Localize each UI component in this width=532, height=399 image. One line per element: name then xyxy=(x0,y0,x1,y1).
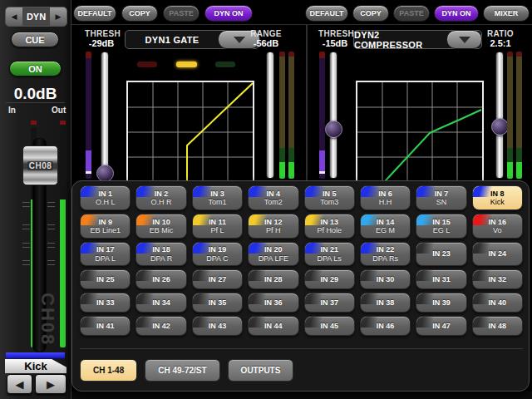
channel-button-in-40[interactable]: IN 40 xyxy=(472,293,523,313)
dyn2-gr-meter xyxy=(319,52,325,179)
dyn1-thresh-slider[interactable] xyxy=(101,52,109,179)
dyn2-ratio-slider[interactable] xyxy=(495,52,504,179)
channel-button-in-28[interactable]: IN 28 xyxy=(248,269,298,289)
channel-id: IN 18 xyxy=(152,245,170,254)
tab-outputs[interactable]: OUTPUTS xyxy=(228,359,294,382)
dyn2-thresh-slider[interactable] xyxy=(329,52,337,179)
channel-button-in-26[interactable]: IN 26 xyxy=(135,269,186,289)
dyn2-ratio-knob[interactable] xyxy=(491,118,509,135)
channel-button-in-20[interactable]: IN 20DPA LFE xyxy=(248,242,298,266)
channel-button-in-14[interactable]: IN 14EG M xyxy=(360,214,411,239)
channel-id: IN 27 xyxy=(209,275,227,283)
background-strip xyxy=(71,392,532,399)
channel-id: IN 14 xyxy=(377,218,395,226)
fader-cap[interactable]: CH08 xyxy=(22,145,58,185)
channel-id: IN 7 xyxy=(435,190,449,198)
channel-button-in-33[interactable]: IN 33 xyxy=(80,293,131,313)
channel-button-in-22[interactable]: IN 22DPA Rs xyxy=(360,242,411,266)
channel-button-in-41[interactable]: IN 41 xyxy=(80,316,131,336)
channel-name: DPA Rs xyxy=(372,254,398,263)
channel-button-in-2[interactable]: IN 2O.H R xyxy=(135,185,186,210)
channel-name: DPA Ls xyxy=(318,254,342,263)
nav-next-icon[interactable]: ▶ xyxy=(50,7,66,26)
channel-id: IN 33 xyxy=(96,298,115,307)
channel-button-in-7[interactable]: IN 7SN xyxy=(416,185,466,210)
fader-tick xyxy=(47,260,55,265)
channel-button-in-18[interactable]: IN 18DPA R xyxy=(135,242,186,266)
mixer-button[interactable]: MIXER xyxy=(483,5,530,22)
dyn2-on-button[interactable]: DYN ON xyxy=(434,5,479,22)
channel-button-in-12[interactable]: IN 12Pf H xyxy=(248,214,298,239)
channel-button-in-17[interactable]: IN 17DPA L xyxy=(80,242,131,266)
channel-button-in-44[interactable]: IN 44 xyxy=(248,316,298,336)
meter-in-label: In xyxy=(8,106,16,115)
dyn2-paste-button[interactable]: PASTE xyxy=(393,5,430,22)
channel-name-tag[interactable]: Kick xyxy=(5,359,66,373)
dyn2-type-dropdown-arrow[interactable] xyxy=(446,30,482,49)
channel-name: Pf Hole xyxy=(317,226,342,234)
prev-channel-button[interactable]: ◀ xyxy=(7,374,32,394)
channel-button-in-25[interactable]: IN 25 xyxy=(80,269,131,289)
channel-id: IN 1 xyxy=(98,190,112,198)
channel-button-in-24[interactable]: IN 24 xyxy=(472,242,523,266)
channel-button-in-8[interactable]: IN 8Kick xyxy=(472,185,523,210)
nav-prev-icon[interactable]: ◀ xyxy=(6,7,22,26)
channel-button-in-5[interactable]: IN 5Tom3 xyxy=(304,185,355,210)
tab-ch-1-48[interactable]: CH 1-48 xyxy=(80,359,137,382)
channel-button-in-10[interactable]: IN 10EB Mic xyxy=(135,214,186,239)
channel-button-in-35[interactable]: IN 35 xyxy=(192,293,243,313)
channel-button-in-36[interactable]: IN 36 xyxy=(248,293,298,313)
channel-button-in-47[interactable]: IN 47 xyxy=(416,316,466,336)
channel-button-in-4[interactable]: IN 4Tom2 xyxy=(248,185,298,210)
channel-button-in-48[interactable]: IN 48 xyxy=(472,316,523,336)
channel-button-in-31[interactable]: IN 31 xyxy=(416,269,466,289)
channel-button-in-43[interactable]: IN 43 xyxy=(192,316,243,336)
channel-button-in-16[interactable]: IN 16Vo xyxy=(472,214,523,239)
dyn1-range-slider[interactable] xyxy=(266,52,274,179)
tab-ch-49-72-st[interactable]: CH 49-72/ST xyxy=(145,359,219,382)
dyn1-default-button[interactable]: DEFAULT xyxy=(73,5,116,22)
channel-button-in-32[interactable]: IN 32 xyxy=(472,269,523,289)
dyn2-thresh-knob[interactable] xyxy=(325,121,342,138)
channel-button-in-6[interactable]: IN 6H.H xyxy=(360,185,411,210)
channel-button-in-3[interactable]: IN 3Tom1 xyxy=(192,185,243,210)
dyn2-copy-button[interactable]: COPY xyxy=(352,5,389,22)
next-channel-button[interactable]: ▶ xyxy=(35,374,66,394)
channel-button-in-34[interactable]: IN 34 xyxy=(135,293,186,313)
gate-led-yellow xyxy=(176,62,197,67)
channel-button-in-27[interactable]: IN 27 xyxy=(192,269,243,289)
on-button[interactable]: ON xyxy=(9,61,62,76)
cue-button[interactable]: CUE xyxy=(11,32,59,47)
fader-tick xyxy=(47,224,55,229)
channel-button-in-11[interactable]: IN 11Pf L xyxy=(192,214,243,239)
channel-id: IN 15 xyxy=(432,218,451,226)
channel-id: IN 3 xyxy=(210,190,224,198)
channel-button-in-42[interactable]: IN 42 xyxy=(135,316,186,336)
dyn1-copy-button[interactable]: COPY xyxy=(121,5,158,22)
fader-tick xyxy=(47,243,55,248)
channel-button-in-29[interactable]: IN 29 xyxy=(304,269,355,289)
fader-tick xyxy=(22,224,30,229)
channel-button-in-30[interactable]: IN 30 xyxy=(360,269,411,289)
channel-name: O.H L xyxy=(96,198,116,206)
channel-button-in-15[interactable]: IN 15EG L xyxy=(416,214,466,239)
channel-button-in-19[interactable]: IN 19DPA C xyxy=(192,242,243,266)
channel-button-in-37[interactable]: IN 37 xyxy=(304,293,355,313)
channel-button-in-1[interactable]: IN 1O.H L xyxy=(80,185,131,210)
channel-button-in-45[interactable]: IN 45 xyxy=(304,316,355,336)
dyn1-gr-meter xyxy=(86,52,91,179)
channel-button-in-23[interactable]: IN 23 xyxy=(416,242,466,266)
channel-button-in-9[interactable]: IN 9EB Line1 xyxy=(80,214,131,239)
channel-id: IN 5 xyxy=(323,190,337,198)
dyn1-thresh-knob[interactable] xyxy=(96,165,114,182)
dyn2-default-button[interactable]: DEFAULT xyxy=(305,5,348,22)
dyn1-on-button[interactable]: DYN ON xyxy=(204,5,253,22)
channel-button-in-38[interactable]: IN 38 xyxy=(360,293,411,313)
dyn1-paste-button[interactable]: PASTE xyxy=(163,5,200,22)
channel-button-in-21[interactable]: IN 21DPA Ls xyxy=(304,242,355,266)
channel-id: IN 4 xyxy=(267,190,281,198)
channel-button-in-13[interactable]: IN 13Pf Hole xyxy=(304,214,355,239)
channel-button-in-39[interactable]: IN 39 xyxy=(416,293,466,313)
channel-button-in-46[interactable]: IN 46 xyxy=(360,316,411,336)
dyn1-thresh-value: -29dB xyxy=(85,38,118,48)
